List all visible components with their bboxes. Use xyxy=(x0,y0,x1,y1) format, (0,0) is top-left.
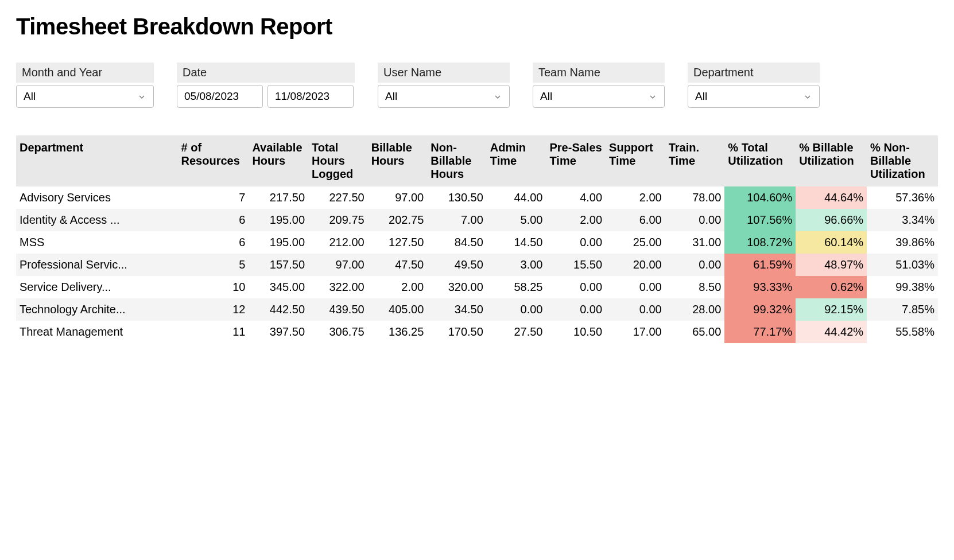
col-ptotal[interactable]: % Total Utilization xyxy=(724,135,796,186)
cell-presales: 2.00 xyxy=(546,209,606,231)
cell-pbill: 48.97% xyxy=(796,254,867,276)
cell-dept: Technology Archite... xyxy=(16,298,178,321)
cell-presales: 15.50 xyxy=(546,254,606,276)
report-table-wrap: Department # of Resources Available Hour… xyxy=(16,135,938,343)
cell-bill: 127.50 xyxy=(368,231,428,254)
filter-bar: Month and Year All Date 05/08/2023 11/08… xyxy=(16,63,938,108)
col-nonbill[interactable]: Non-Billable Hours xyxy=(427,135,487,186)
cell-total: 322.00 xyxy=(308,276,368,298)
col-train[interactable]: Train. Time xyxy=(665,135,725,186)
col-pbill[interactable]: % Billable Utilization xyxy=(796,135,867,186)
table-row: Technology Archite...12442.50439.50405.0… xyxy=(16,298,938,321)
cell-res: 5 xyxy=(178,254,249,276)
cell-admin: 27.50 xyxy=(487,321,546,343)
cell-train: 31.00 xyxy=(665,231,725,254)
cell-dept: Identity & Access ... xyxy=(16,209,178,231)
cell-avail: 442.50 xyxy=(249,298,308,321)
cell-pbill: 96.66% xyxy=(796,209,867,231)
cell-supp: 20.00 xyxy=(606,254,665,276)
table-row: Professional Servic...5157.5097.0047.504… xyxy=(16,254,938,276)
table-row: Identity & Access ...6195.00209.75202.75… xyxy=(16,209,938,231)
cell-pbill: 44.42% xyxy=(796,321,867,343)
cell-admin: 58.25 xyxy=(487,276,546,298)
date-to-input[interactable]: 11/08/2023 xyxy=(267,85,354,108)
col-available[interactable]: Available Hours xyxy=(249,135,308,186)
cell-dept: Advisory Services xyxy=(16,186,178,209)
cell-pnon: 57.36% xyxy=(867,186,938,209)
cell-presales: 0.00 xyxy=(546,298,606,321)
cell-ptotal: 108.72% xyxy=(724,231,796,254)
cell-res: 12 xyxy=(178,298,249,321)
cell-total: 227.50 xyxy=(308,186,368,209)
cell-res: 7 xyxy=(178,186,249,209)
col-department[interactable]: Department xyxy=(16,135,178,186)
cell-presales: 10.50 xyxy=(546,321,606,343)
cell-nonbill: 7.00 xyxy=(427,209,487,231)
filter-label-dept: Department xyxy=(688,63,820,83)
date-from-value: 05/08/2023 xyxy=(184,90,239,103)
month-year-value: All xyxy=(24,90,36,103)
cell-res: 6 xyxy=(178,209,249,231)
cell-bill: 2.00 xyxy=(368,276,428,298)
cell-total: 97.00 xyxy=(308,254,368,276)
dept-value: All xyxy=(695,90,707,103)
col-resources[interactable]: # of Resources xyxy=(178,135,249,186)
table-row: Advisory Services7217.50227.5097.00130.5… xyxy=(16,186,938,209)
cell-nonbill: 130.50 xyxy=(427,186,487,209)
chevron-down-icon xyxy=(803,92,812,101)
filter-label-team: Team Name xyxy=(533,63,665,83)
cell-dept: MSS xyxy=(16,231,178,254)
filter-label-date: Date xyxy=(177,63,355,83)
cell-pnon: 7.85% xyxy=(867,298,938,321)
cell-avail: 195.00 xyxy=(249,209,308,231)
user-value: All xyxy=(385,90,397,103)
filter-month-year: Month and Year All xyxy=(16,63,154,108)
cell-ptotal: 77.17% xyxy=(724,321,796,343)
cell-total: 439.50 xyxy=(308,298,368,321)
cell-ptotal: 99.32% xyxy=(724,298,796,321)
team-value: All xyxy=(540,90,552,103)
cell-supp: 25.00 xyxy=(606,231,665,254)
col-billable[interactable]: Billable Hours xyxy=(368,135,428,186)
user-select[interactable]: All xyxy=(378,85,510,108)
cell-train: 0.00 xyxy=(665,209,725,231)
col-presales[interactable]: Pre-Sales Time xyxy=(546,135,606,186)
cell-supp: 6.00 xyxy=(606,209,665,231)
cell-res: 11 xyxy=(178,321,249,343)
col-admin[interactable]: Admin Time xyxy=(487,135,546,186)
cell-bill: 202.75 xyxy=(368,209,428,231)
cell-supp: 0.00 xyxy=(606,276,665,298)
table-row: Service Delivery...10345.00322.002.00320… xyxy=(16,276,938,298)
cell-bill: 97.00 xyxy=(368,186,428,209)
filter-dept: Department All xyxy=(688,63,820,108)
col-pnon[interactable]: % Non-Billable Utilization xyxy=(867,135,938,186)
cell-nonbill: 320.00 xyxy=(427,276,487,298)
cell-bill: 405.00 xyxy=(368,298,428,321)
month-year-select[interactable]: All xyxy=(16,85,154,108)
filter-label-month-year: Month and Year xyxy=(16,63,154,83)
table-row: MSS6195.00212.00127.5084.5014.500.0025.0… xyxy=(16,231,938,254)
cell-avail: 217.50 xyxy=(249,186,308,209)
cell-supp: 0.00 xyxy=(606,298,665,321)
cell-dept: Professional Servic... xyxy=(16,254,178,276)
page-title: Timesheet Breakdown Report xyxy=(16,14,938,40)
cell-pnon: 99.38% xyxy=(867,276,938,298)
cell-dept: Service Delivery... xyxy=(16,276,178,298)
col-total[interactable]: Total Hours Logged xyxy=(308,135,368,186)
team-select[interactable]: All xyxy=(533,85,665,108)
col-support[interactable]: Support Time xyxy=(606,135,665,186)
cell-res: 6 xyxy=(178,231,249,254)
cell-admin: 3.00 xyxy=(487,254,546,276)
cell-pbill: 92.15% xyxy=(796,298,867,321)
cell-pnon: 39.86% xyxy=(867,231,938,254)
cell-presales: 0.00 xyxy=(546,276,606,298)
cell-supp: 17.00 xyxy=(606,321,665,343)
cell-total: 212.00 xyxy=(308,231,368,254)
dept-select[interactable]: All xyxy=(688,85,820,108)
cell-nonbill: 170.50 xyxy=(427,321,487,343)
chevron-down-icon xyxy=(648,92,657,101)
date-to-value: 11/08/2023 xyxy=(275,90,329,103)
date-from-input[interactable]: 05/08/2023 xyxy=(177,85,263,108)
cell-presales: 0.00 xyxy=(546,231,606,254)
cell-avail: 195.00 xyxy=(249,231,308,254)
